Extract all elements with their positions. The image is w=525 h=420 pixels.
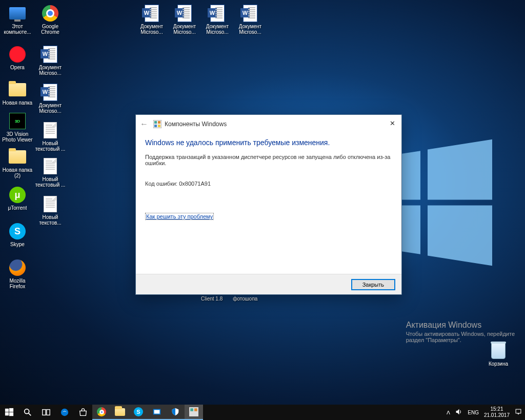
svg-rect-6 (9, 408, 13, 412)
svg-rect-11 (43, 410, 46, 415)
dialog-help-link[interactable]: Как решить эту проблему (145, 213, 214, 220)
desktop-icon-skype[interactable]: SSkype (2, 222, 33, 247)
system-tray: ᐱ ENG 15:21 21.01.2017 (447, 406, 525, 418)
dialog-footer: Закрыть (136, 274, 401, 294)
desktop-icon-3dvision[interactable]: 3D3D Vision Photo Viewer (2, 112, 33, 143)
taskbar-edge[interactable] (55, 405, 74, 420)
desktop-icon-folder[interactable]: Новая папка (2, 81, 33, 106)
desktop-icon-this-pc[interactable]: Этот компьюте... (2, 4, 33, 35)
taskbar-defender[interactable] (166, 405, 185, 420)
dialog-heading: Windows не удалось применить требуемые и… (145, 138, 392, 147)
utorrent-icon: μ (9, 187, 26, 203)
svg-rect-18 (194, 408, 197, 411)
tray-volume-icon[interactable] (455, 408, 462, 416)
svg-point-13 (61, 409, 68, 416)
taskbar[interactable]: S ᐱ ENG 15:21 21.01.2017 (0, 405, 525, 420)
text-file-icon (44, 122, 57, 138)
activation-watermark: Активация Windows Чтобы активировать Win… (406, 321, 515, 343)
desktop-icon-word-doc[interactable]: Документ Microso... (235, 4, 266, 35)
windows-features-icon (153, 120, 161, 128)
folder-icon (115, 408, 125, 416)
svg-rect-12 (47, 410, 50, 415)
recycle-bin-icon (491, 343, 506, 359)
3d-icon: 3D (9, 113, 26, 129)
folder-icon (9, 83, 26, 96)
taskbar-windows-features[interactable] (185, 405, 203, 420)
desktop-icon-folder[interactable]: Новая папка (2) (2, 148, 33, 178)
svg-rect-7 (5, 412, 9, 415)
desktop-icon-word-doc[interactable]: Документ Microso... (169, 4, 200, 35)
dialog-error-text: Поддержка транзакций в указанном диспетч… (145, 154, 392, 166)
desktop-icon-txt[interactable]: Новый текстовый ... (35, 121, 66, 152)
desktop-icon-firefox[interactable]: Mozilla Firefox (2, 258, 33, 289)
taskbar-explorer[interactable] (111, 405, 129, 420)
svg-rect-1 (154, 121, 157, 124)
firefox-icon (9, 259, 26, 276)
svg-rect-8 (9, 412, 13, 416)
desktop-icon-recycle-bin[interactable]: Корзина (483, 342, 514, 367)
taskbar-store[interactable] (74, 405, 92, 420)
word-icon (145, 5, 159, 22)
svg-rect-19 (516, 409, 521, 413)
text-file-icon (44, 158, 57, 174)
back-icon: ← (140, 119, 150, 129)
svg-rect-5 (5, 409, 9, 412)
dialog-titlebar[interactable]: ← Компоненты Windows ✕ (136, 115, 401, 133)
desktop-icon-word-doc[interactable]: Документ Microso... (35, 45, 66, 76)
desktop-icon-utorrent[interactable]: μμTorrent (2, 186, 33, 211)
opera-icon (9, 46, 26, 63)
monitor-icon (9, 7, 26, 19)
task-view-button[interactable] (37, 405, 55, 420)
svg-rect-3 (154, 125, 157, 127)
windows-features-dialog: ← Компоненты Windows ✕ Windows не удалос… (135, 114, 402, 295)
svg-rect-2 (158, 121, 160, 124)
desktop-icon-txt[interactable]: Новый текстов... (35, 195, 66, 226)
desktop-icon-word-doc[interactable]: Документ Microso... (202, 4, 233, 35)
word-icon (210, 5, 225, 22)
taskbar-skype[interactable]: S (129, 405, 148, 420)
svg-rect-15 (154, 410, 160, 413)
desktop-icon-word-doc[interactable]: Документ Microso... (136, 4, 167, 35)
start-button[interactable] (0, 405, 18, 420)
svg-rect-17 (190, 408, 193, 411)
word-icon (43, 46, 57, 63)
tray-clock[interactable]: 15:21 21.01.2017 (484, 406, 510, 418)
word-icon (177, 5, 192, 22)
dialog-title: Компоненты Windows (165, 121, 227, 128)
skype-icon: S (134, 407, 143, 416)
tray-notifications-icon[interactable] (515, 408, 522, 416)
chrome-icon (97, 407, 106, 416)
desktop-icon-labels-behind-dialog: Client 1.8 фотошопа (201, 296, 257, 302)
dialog-error-code: Код ошибки: 0x80071A91 (145, 181, 392, 187)
word-icon (243, 5, 257, 22)
desktop[interactable]: Этот компьюте... Opera Новая папка 3D3D … (0, 0, 525, 405)
taskbar-app[interactable] (148, 405, 166, 420)
close-button[interactable]: Закрыть (351, 279, 395, 290)
desktop-icon-opera[interactable]: Opera (2, 45, 33, 70)
desktop-icon-word-doc[interactable]: Документ Microso... (35, 83, 66, 114)
tray-chevron-icon[interactable]: ᐱ (447, 410, 450, 415)
folder-icon (9, 150, 26, 164)
desktop-icon-chrome[interactable]: Google Chrome (35, 4, 66, 35)
word-icon (43, 84, 57, 101)
taskbar-chrome[interactable] (92, 405, 111, 420)
tray-language[interactable]: ENG (468, 410, 479, 415)
svg-rect-4 (158, 125, 160, 127)
svg-line-10 (29, 413, 31, 416)
text-file-icon (44, 196, 57, 212)
desktop-icon-txt[interactable]: Новый текстовый ... (35, 157, 66, 188)
search-button[interactable] (18, 405, 37, 420)
chrome-icon (42, 5, 58, 22)
skype-icon: S (9, 223, 26, 239)
close-button[interactable]: ✕ (386, 118, 398, 128)
svg-point-9 (25, 409, 29, 414)
